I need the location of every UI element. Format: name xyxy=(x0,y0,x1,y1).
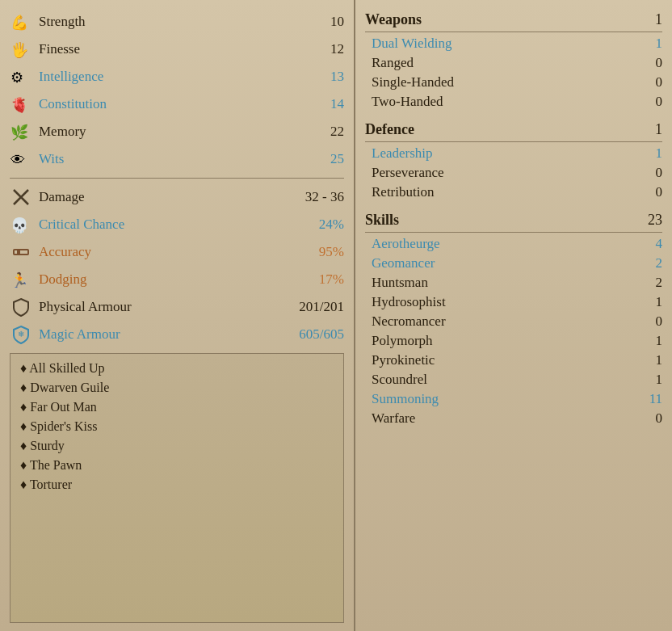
trait-far-out-man: Far Out Man xyxy=(20,398,334,417)
wits-label: Wits xyxy=(39,151,64,167)
spacer-1 xyxy=(365,111,662,118)
skills-total: 23 xyxy=(648,212,662,229)
stat-strength: 💪 Strength 10 xyxy=(10,8,344,36)
two-handed-label: Two-Handed xyxy=(372,94,443,110)
physical-armour-icon xyxy=(10,296,32,318)
intelligence-icon: ⚙ xyxy=(10,65,32,88)
svg-text:🖐: 🖐 xyxy=(10,41,29,59)
ability-polymorph: Polymorph 1 xyxy=(365,331,662,351)
svg-text:⚙: ⚙ xyxy=(10,69,23,86)
magic-armour-value: 605/605 xyxy=(299,326,344,343)
defence-total: 1 xyxy=(655,121,662,138)
ability-aerotheurge: Aerotheurge 4 xyxy=(365,234,662,254)
ability-ranged: Ranged 0 xyxy=(365,53,662,73)
stat-magic-armour: ❄ Magic Armour 605/605 xyxy=(10,321,344,348)
ability-summoning: Summoning 11 xyxy=(365,389,662,409)
svg-text:💪: 💪 xyxy=(10,14,29,32)
finesse-value: 12 xyxy=(330,41,344,57)
damage-icon xyxy=(10,186,32,208)
svg-text:💀: 💀 xyxy=(10,217,29,234)
traits-section: All Skilled Up Dwarven Guile Far Out Man… xyxy=(10,353,344,623)
pyrokinetic-label: Pyrokinetic xyxy=(372,352,435,368)
weapons-skills: Dual Wielding 1 Ranged 0 Single-Handed 0… xyxy=(365,34,662,111)
strength-label: Strength xyxy=(39,14,86,30)
trait-torturer: Torturer xyxy=(20,475,334,494)
damage-value: 32 - 36 xyxy=(305,189,344,205)
ability-two-handed: Two-Handed 0 xyxy=(365,92,662,111)
critical-chance-icon: 💀 xyxy=(10,213,32,236)
polymorph-value: 1 xyxy=(656,333,663,349)
dual-wielding-label: Dual Wielding xyxy=(372,36,452,52)
weapons-total: 1 xyxy=(655,11,662,28)
trait-all-skilled-up: All Skilled Up xyxy=(20,359,334,378)
summoning-label: Summoning xyxy=(372,391,439,407)
memory-label: Memory xyxy=(39,124,86,140)
ability-retribution: Retribution 0 xyxy=(365,183,662,202)
ranged-label: Ranged xyxy=(372,55,414,71)
pyrokinetic-value: 1 xyxy=(656,352,663,368)
stat-finesse: 🖐 Finesse 12 xyxy=(10,36,344,63)
ability-geomancer: Geomancer 2 xyxy=(365,254,662,273)
ability-single-handed: Single-Handed 0 xyxy=(365,73,662,92)
damage-label: Damage xyxy=(39,189,85,205)
critical-chance-value: 24% xyxy=(319,217,344,233)
leadership-label: Leadership xyxy=(372,145,433,162)
ranged-value: 0 xyxy=(656,55,663,71)
geomancer-value: 2 xyxy=(656,255,663,271)
constitution-label: Constitution xyxy=(39,96,107,112)
weapons-title: Weapons xyxy=(365,11,422,28)
dodging-value: 17% xyxy=(319,271,344,288)
trait-sturdy: Sturdy xyxy=(20,436,334,456)
accuracy-value: 95% xyxy=(319,244,344,260)
necromancer-label: Necromancer xyxy=(372,313,446,330)
ability-perseverance: Perseverance 0 xyxy=(365,163,662,183)
stat-wits: 👁 Wits 25 xyxy=(10,145,344,173)
hydrosophist-label: Hydrosophist xyxy=(372,294,446,310)
warfare-value: 0 xyxy=(656,410,663,427)
primary-stats-section: 💪 Strength 10 🖐 Finesse 12 ⚙ Intelligen xyxy=(10,8,344,173)
scoundrel-label: Scoundrel xyxy=(372,372,427,388)
combat-stats-section: Damage 32 - 36 💀 Critical Chance 24% xyxy=(10,183,344,348)
magic-armour-label: Magic Armour xyxy=(39,326,120,343)
finesse-icon: 🖐 xyxy=(10,38,32,61)
spacer-2 xyxy=(365,202,662,208)
single-handed-label: Single-Handed xyxy=(372,74,454,90)
svg-text:❄: ❄ xyxy=(18,330,24,339)
strength-value: 10 xyxy=(330,14,344,30)
stat-dodging: 🏃 Dodging 17% xyxy=(10,266,344,293)
stat-physical-armour: Physical Armour 201/201 xyxy=(10,293,344,321)
trait-spiders-kiss: Spider's Kiss xyxy=(20,417,334,436)
polymorph-label: Polymorph xyxy=(372,333,433,349)
ability-pyrokinetic: Pyrokinetic 1 xyxy=(365,351,662,370)
dodging-icon: 🏃 xyxy=(10,268,32,291)
aerotheurge-label: Aerotheurge xyxy=(372,236,440,252)
left-panel: 💪 Strength 10 🖐 Finesse 12 ⚙ Intelligen xyxy=(0,0,355,631)
magic-armour-icon: ❄ xyxy=(10,323,32,346)
stat-critical-chance: 💀 Critical Chance 24% xyxy=(10,211,344,238)
weapons-section-header: Weapons 1 xyxy=(365,8,662,32)
intelligence-value: 13 xyxy=(330,69,344,85)
memory-value: 22 xyxy=(330,124,344,140)
stat-memory: 🌿 Memory 22 xyxy=(10,118,344,145)
physical-armour-value: 201/201 xyxy=(299,299,344,315)
aerotheurge-value: 4 xyxy=(656,236,663,252)
retribution-value: 0 xyxy=(656,184,663,200)
ability-necromancer: Necromancer 0 xyxy=(365,312,662,331)
defence-skills: Leadership 1 Perseverance 0 Retribution … xyxy=(365,144,662,202)
svg-rect-10 xyxy=(17,250,20,254)
leadership-value: 1 xyxy=(656,145,663,162)
svg-rect-9 xyxy=(14,250,28,255)
scoundrel-value: 1 xyxy=(656,372,663,388)
accuracy-icon xyxy=(10,241,32,263)
ability-dual-wielding: Dual Wielding 1 xyxy=(365,34,662,53)
constitution-icon: 🫀 xyxy=(10,93,32,116)
strength-icon: 💪 xyxy=(10,11,32,33)
skills-title: Skills xyxy=(365,212,399,229)
summoning-value: 11 xyxy=(649,391,662,407)
defence-section-header: Defence 1 xyxy=(365,118,662,142)
constitution-value: 14 xyxy=(330,96,344,112)
ability-hydrosophist: Hydrosophist 1 xyxy=(365,292,662,312)
dodging-label: Dodging xyxy=(39,271,87,288)
finesse-label: Finesse xyxy=(39,41,80,57)
svg-text:🏃: 🏃 xyxy=(10,271,29,289)
